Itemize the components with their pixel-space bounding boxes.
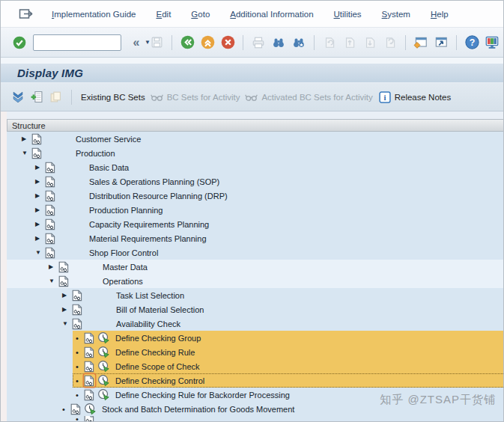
tree-row[interactable]: ▼Operations	[7, 274, 503, 288]
tree-node-label[interactable]: Production Planning	[89, 206, 163, 215]
tree-node-label[interactable]: Production	[76, 149, 115, 158]
expand-node-icon[interactable]: ▶	[35, 178, 45, 185]
tree-node-label[interactable]: Define Checking Control	[115, 376, 204, 385]
toolbar-gap	[1, 58, 503, 64]
sap-screen-icon[interactable]	[19, 7, 35, 21]
tree-row-content: ▶Basic Data	[7, 160, 503, 174]
exit-icon[interactable]	[199, 35, 216, 50]
help-icon[interactable]: ?	[464, 35, 480, 50]
expand-node-icon[interactable]: ▶	[62, 306, 72, 313]
img-node-icon	[45, 204, 56, 216]
tree-row[interactable]: •Define Checking Control	[7, 373, 503, 388]
tree-row[interactable]: ▼Production	[7, 146, 503, 160]
customize-layout-icon[interactable]	[484, 35, 500, 50]
tree-row-content: •	[7, 416, 503, 421]
execute-activity-icon[interactable]	[97, 374, 110, 387]
img-node-icon	[45, 175, 56, 188]
double-down-chevron-icon[interactable]	[11, 91, 25, 103]
tree-row[interactable]: ▶Task List Selection	[7, 288, 503, 302]
activated-bc-sets-for-activity-button: Activated BC Sets for Activity	[245, 91, 372, 103]
tree-row[interactable]: ▶Material Requirements Planning	[7, 231, 503, 245]
menu-item-system[interactable]: System	[382, 10, 410, 19]
tree-node-label[interactable]: Define Checking Group	[115, 334, 201, 343]
first-page-icon	[321, 35, 338, 50]
enter-icon[interactable]	[11, 35, 28, 50]
tree-row[interactable]: ▶Basic Data	[7, 160, 503, 174]
tree-row[interactable]: ▶Distribution Resource Planning (DRP)	[7, 189, 503, 203]
menu-item-help[interactable]: Help	[431, 10, 449, 19]
tree-node-label[interactable]: Master Data	[103, 263, 148, 272]
execute-activity-icon[interactable]	[84, 403, 97, 415]
tree-node-label[interactable]: Define Checking Rule	[115, 348, 195, 357]
menu-item-goto[interactable]: Goto	[191, 10, 210, 19]
expand-node-icon[interactable]: ▶	[35, 164, 45, 171]
previous-page-icon	[341, 35, 358, 50]
tree-row[interactable]: ▶Master Data	[7, 260, 503, 274]
execute-activity-icon[interactable]	[97, 346, 110, 358]
expand-node-icon[interactable]: ▶	[49, 263, 58, 270]
tree-row[interactable]: ▶Capacity Requirements Planning	[7, 217, 503, 231]
tree-row[interactable]: ▶Sales & Operations Planning (SOP)	[7, 174, 503, 189]
tree-node-label[interactable]: Operations	[103, 277, 143, 286]
tree-row[interactable]: •Define Checking Group	[7, 331, 503, 345]
tree-node-label[interactable]: Define Scope of Check	[115, 362, 200, 371]
release-notes-button[interactable]: iRelease Notes	[378, 91, 451, 103]
tree-row-content: ▶Production Planning	[7, 203, 503, 217]
execute-activity-icon[interactable]	[97, 388, 110, 401]
tree-row-content: ▶Capacity Requirements Planning	[7, 217, 503, 231]
tree-node-label[interactable]: Distribution Resource Planning (DRP)	[89, 192, 228, 201]
tree-row[interactable]: ▼Availability Check	[7, 316, 503, 331]
existing-bc-sets-button[interactable]: Existing BC Sets	[81, 93, 145, 102]
collapse-node-icon[interactable]: ▼	[49, 278, 58, 284]
tree-row-content: ▼Availability Check	[7, 316, 503, 331]
tree-node-label[interactable]: Availability Check	[116, 319, 180, 328]
tree-node-label[interactable]: Define Checking Rule for Backorder Proce…	[115, 391, 290, 400]
collapse-node-icon[interactable]: ▼	[62, 320, 72, 327]
find-next-icon[interactable]	[291, 35, 307, 50]
tree-row[interactable]: ▶Bill of Material Selection	[7, 302, 503, 316]
img-node-icon	[58, 260, 70, 273]
expand-node-icon[interactable]: ▶	[62, 292, 72, 299]
collapse-toolbar-icon[interactable]: «	[128, 35, 145, 50]
tree-node-label[interactable]: Material Requirements Planning	[89, 234, 207, 243]
expand-node-icon[interactable]: ▶	[22, 135, 31, 142]
collapse-node-icon[interactable]: ▼	[22, 150, 31, 156]
menu-item-utilities[interactable]: Utilities	[334, 10, 362, 19]
doc-plus-icon[interactable]	[30, 91, 43, 103]
tree-row[interactable]: ▼Shop Floor Control	[7, 245, 503, 260]
tree-row[interactable]: ▶Production Planning	[7, 203, 503, 217]
menu-item-additional-information[interactable]: Additional Information	[230, 10, 313, 19]
menu-item-implementation-guide[interactable]: Implementation Guide	[52, 10, 136, 19]
command-field-wrapper: ▼	[33, 34, 121, 51]
img-node-icon	[84, 346, 95, 358]
tree-row[interactable]: •Define Scope of Check	[7, 359, 503, 373]
new-session-icon[interactable]	[413, 35, 429, 50]
tree-node-label[interactable]: Shop Floor Control	[89, 248, 158, 257]
create-shortcut-icon[interactable]	[433, 35, 449, 50]
tree-node-label[interactable]: Customer Service	[76, 135, 141, 144]
expand-node-icon[interactable]: ▶	[35, 221, 45, 227]
expand-node-icon[interactable]: ▶	[35, 192, 45, 199]
tree-node-label[interactable]: Task List Selection	[116, 291, 184, 300]
leaf-bullet-icon: •	[76, 416, 84, 421]
tree-row-content: ▶Master Data	[7, 260, 503, 274]
execute-activity-icon[interactable]	[97, 360, 110, 373]
cancel-icon[interactable]	[219, 35, 236, 50]
tree-node-label[interactable]: Bill of Material Selection	[116, 305, 204, 314]
menu-bar: Implementation GuideEditGotoAdditional I…	[1, 1, 503, 28]
find-icon[interactable]	[270, 35, 287, 50]
tree-node-label[interactable]: Stock and Batch Determination for Goods …	[102, 405, 294, 414]
img-node-icon	[84, 416, 95, 421]
collapse-node-icon[interactable]: ▼	[35, 249, 45, 256]
menu-item-edit[interactable]: Edit	[157, 10, 171, 19]
expand-node-icon[interactable]: ▶	[35, 207, 45, 213]
tree-node-label[interactable]: Sales & Operations Planning (SOP)	[89, 177, 219, 186]
toolbar-separator	[171, 35, 172, 50]
expand-node-icon[interactable]: ▶	[35, 235, 45, 242]
tree-row[interactable]: ▶Customer Service	[7, 132, 503, 146]
execute-activity-icon[interactable]	[97, 331, 110, 344]
tree-row[interactable]: •Define Checking Rule	[7, 345, 503, 359]
tree-node-label[interactable]: Capacity Requirements Planning	[89, 220, 209, 229]
back-icon[interactable]	[179, 35, 195, 50]
tree-node-label[interactable]: Basic Data	[89, 163, 129, 172]
